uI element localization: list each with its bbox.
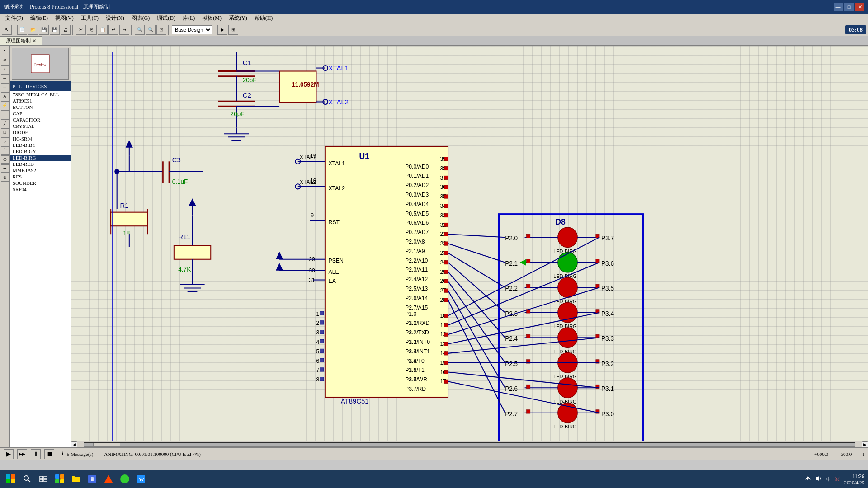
tab-schematic[interactable]: 原理图绘制 ✕	[0, 36, 42, 45]
svg-text:4.7K: 4.7K	[178, 266, 191, 273]
taskbar-app-w[interactable]: W	[134, 472, 148, 486]
scroll-left-btn[interactable]: ◀	[71, 441, 77, 448]
device-mmbta92[interactable]: MMBTA92	[10, 167, 71, 174]
tb-select[interactable]: ↖	[2, 25, 12, 35]
svg-point-270	[24, 476, 28, 480]
taskbar-app-folder[interactable]	[69, 472, 83, 486]
device-list[interactable]: 7SEG-MPX4-CA-BLL AT89C51 BUTTON CAP CAPA…	[10, 91, 71, 447]
tb-open[interactable]: 📂	[28, 25, 38, 35]
tool-line[interactable]: ╱	[1, 119, 9, 127]
menu-help[interactable]: 帮助(H)	[251, 14, 277, 23]
device-capacitor[interactable]: CAPACITOR	[10, 117, 71, 123]
tb-zoom-out[interactable]: 🔍	[146, 25, 156, 35]
taskbar-app-green[interactable]	[118, 472, 132, 486]
menu-debug[interactable]: 调试(D)	[153, 14, 179, 23]
canvas-area[interactable]: C1 C2 20pF 11.0592M XTAL1	[71, 46, 868, 447]
tb-copy[interactable]: ⎘	[87, 25, 97, 35]
tool-probe[interactable]: ⊗	[1, 174, 9, 182]
menu-design[interactable]: 设计(N)	[102, 14, 128, 23]
device-at89c51[interactable]: AT89C51	[10, 98, 71, 104]
tool-arc[interactable]: ⌒	[1, 146, 9, 155]
tab-close-icon[interactable]: ✕	[33, 38, 36, 43]
menu-template[interactable]: 模板(M)	[198, 14, 225, 23]
device-led-birg[interactable]: LED-BIRG	[10, 155, 71, 161]
pause-button[interactable]: ⏸	[31, 449, 41, 459]
tool-poly[interactable]: ⬡	[1, 155, 9, 164]
tb-zoom-fit[interactable]: ⊡	[156, 25, 166, 35]
svg-rect-102	[320, 321, 324, 324]
svg-text:P3.2: P3.2	[601, 360, 614, 367]
device-led-biby[interactable]: LED-BIBY	[10, 142, 71, 148]
device-diode[interactable]: DIODE	[10, 129, 71, 136]
tool-power[interactable]: ⚡	[1, 101, 9, 109]
minimize-button[interactable]: —	[834, 3, 843, 11]
svg-rect-267	[11, 474, 15, 479]
tool-component[interactable]: ⊕	[1, 56, 9, 64]
play-button[interactable]: ▶	[4, 449, 14, 459]
tool-bus[interactable]: ═	[1, 83, 9, 91]
step-play-button[interactable]: ▶▶	[17, 449, 27, 459]
maximize-button[interactable]: □	[844, 3, 854, 11]
tool-junction[interactable]: •	[1, 65, 9, 73]
tb-saveas[interactable]: 💾	[50, 25, 60, 35]
svg-rect-180	[444, 380, 448, 383]
menu-tools[interactable]: 工具(T)	[77, 14, 102, 23]
taskbar-right-area: 中 ⚔ 11:26 2020/4/25	[804, 473, 864, 485]
menu-view[interactable]: 视图(V)	[52, 14, 77, 23]
taskbar-app-explorer[interactable]	[52, 472, 67, 486]
task-view[interactable]	[36, 472, 51, 486]
tool-label[interactable]: A	[1, 92, 9, 100]
design-selector[interactable]: Base Design	[172, 25, 212, 34]
menu-file[interactable]: 文件(F)	[2, 14, 27, 23]
start-button[interactable]	[4, 472, 18, 486]
tb-run[interactable]: ▶	[217, 25, 227, 35]
window-controls: — □ ✕	[834, 3, 864, 11]
tb-save[interactable]: 💾	[39, 25, 49, 35]
taskbar-app-calc[interactable]: 🖩	[85, 472, 99, 486]
tb-undo[interactable]: ↩	[108, 25, 118, 35]
tb-redo[interactable]: ↪	[119, 25, 129, 35]
volume-icon	[815, 475, 822, 483]
svg-rect-276	[55, 474, 59, 479]
menu-graph[interactable]: 图表(G)	[128, 14, 154, 23]
svg-text:6: 6	[316, 358, 319, 364]
device-led-bigy[interactable]: LED-BIGY	[10, 148, 71, 155]
taskbar-app-special[interactable]	[101, 472, 116, 486]
tool-text[interactable]: T	[1, 110, 9, 118]
tb-new[interactable]: 📄	[17, 25, 27, 35]
tb-step[interactable]: ⊞	[228, 25, 238, 35]
scroll-right-btn[interactable]: ▶	[862, 441, 868, 448]
tb-cut[interactable]: ✂	[76, 25, 86, 35]
svg-text:P0.4/AD4: P0.4/AD4	[405, 201, 429, 207]
device-hcsr04[interactable]: HC-SR04	[10, 136, 71, 142]
menu-library[interactable]: 库(L)	[179, 14, 198, 23]
search-taskbar[interactable]	[20, 472, 34, 486]
devices-label: DEVICES	[26, 84, 47, 89]
svg-rect-177	[444, 352, 448, 355]
stop-button[interactable]: ⏹	[44, 449, 54, 459]
device-7seg[interactable]: 7SEG-MPX4-CA-BLL	[10, 91, 71, 98]
tb-paste[interactable]: 📋	[98, 25, 108, 35]
network-icon	[804, 475, 811, 483]
svg-text:D8: D8	[555, 217, 566, 226]
tool-rect[interactable]: □	[1, 128, 9, 136]
tool-marker[interactable]: ✛	[1, 164, 9, 173]
horizontal-scrollbar[interactable]: ◀ ▶	[71, 441, 868, 447]
device-srf04[interactable]: SRF04	[10, 186, 71, 192]
svg-text:9: 9	[311, 212, 314, 219]
scrollbar-thumb[interactable]	[93, 443, 120, 446]
close-button[interactable]: ✕	[855, 3, 864, 11]
device-cap[interactable]: CAP	[10, 110, 71, 117]
device-button[interactable]: BUTTON	[10, 104, 71, 110]
device-res[interactable]: RES	[10, 174, 71, 180]
tool-wire[interactable]: ─	[1, 74, 9, 82]
tb-print[interactable]: 🖨	[61, 25, 71, 35]
menu-system[interactable]: 系统(Y)	[225, 14, 251, 23]
device-crystal[interactable]: CRYSTAL	[10, 123, 71, 129]
tool-select[interactable]: ↖	[1, 47, 9, 55]
device-sounder[interactable]: SOUNDER	[10, 180, 71, 186]
device-led-red[interactable]: LED-RED	[10, 161, 71, 167]
tool-circle[interactable]: ○	[1, 137, 9, 145]
tb-zoom-in[interactable]: 🔍	[135, 25, 145, 35]
menu-edit[interactable]: 编辑(E)	[27, 14, 52, 23]
